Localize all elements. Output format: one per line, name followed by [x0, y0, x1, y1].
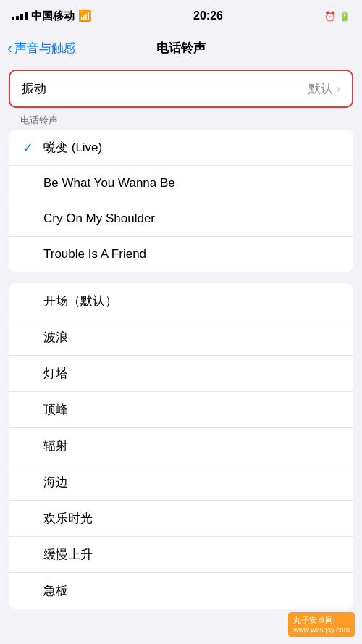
vibration-section: 振动 默认 › — [9, 70, 353, 108]
vibration-chevron-icon: › — [336, 81, 340, 96]
tone-text: 灯塔 — [43, 365, 342, 382]
time-label: 20:26 — [193, 9, 223, 22]
list-item[interactable]: ✓ Trouble Is A Friend — [9, 237, 353, 272]
status-left: 中国移动 📶 — [12, 9, 92, 23]
list-item[interactable]: ✓ 蜕变 (Live) — [9, 130, 353, 166]
ringtone-text: Trouble Is A Friend — [43, 247, 342, 262]
tone-text: 顶峰 — [43, 401, 342, 418]
vibration-right: 默认 › — [308, 80, 340, 97]
back-button[interactable]: ‹ 声音与触感 — [7, 40, 76, 57]
tone-text: 海边 — [43, 474, 342, 490]
vibration-label: 振动 — [22, 80, 46, 97]
carrier-label: 中国移动 — [31, 9, 75, 23]
list-item[interactable]: ✓ Be What You Wanna Be — [9, 166, 353, 201]
watermark-url: www.wzsqsy.com — [293, 626, 350, 634]
tone-text: 缓慢上升 — [43, 546, 342, 563]
wifi-icon: 📶 — [78, 9, 92, 22]
list-item[interactable]: ✓ 缓慢上升 — [9, 537, 353, 573]
list-item[interactable]: ✓ 急板 — [9, 573, 353, 609]
signal-icon — [12, 12, 28, 20]
status-bar: 中国移动 📶 20:26 ⏰ 🔋 — [0, 0, 362, 32]
ringtones-list: ✓ 蜕变 (Live) ✓ Be What You Wanna Be ✓ Cry… — [9, 130, 353, 272]
list-item[interactable]: ✓ 顶峰 — [9, 392, 353, 428]
check-icon: ✓ — [20, 140, 35, 156]
alarm-icon: ⏰ — [324, 11, 336, 22]
system-tones-list: ✓ 开场（默认） ✓ 波浪 ✓ 灯塔 ✓ 顶峰 ✓ 辐射 ✓ 海边 ✓ 欢乐时光… — [9, 283, 353, 609]
list-item[interactable]: ✓ 灯塔 — [9, 356, 353, 392]
battery-icon: 🔋 — [339, 11, 350, 22]
vibration-value: 默认 — [308, 80, 333, 97]
tone-text: 急板 — [43, 582, 342, 599]
tone-text: 开场（默认） — [43, 293, 342, 309]
list-item[interactable]: ✓ Cry On My Shoulder — [9, 201, 353, 237]
status-right: ⏰ 🔋 — [324, 11, 350, 22]
list-item[interactable]: ✓ 开场（默认） — [9, 283, 353, 319]
back-chevron-icon: ‹ — [7, 41, 12, 55]
vibration-row[interactable]: 振动 默认 › — [10, 71, 352, 106]
watermark: 丸子安卓网 www.wzsqsy.com — [288, 612, 355, 637]
tone-text: 辐射 — [43, 438, 342, 454]
back-label: 声音与触感 — [14, 40, 76, 57]
list-item[interactable]: ✓ 欢乐时光 — [9, 501, 353, 537]
section-label: 电话铃声 — [0, 108, 362, 130]
ringtone-text: Cry On My Shoulder — [43, 212, 342, 226]
page-title: 电话铃声 — [156, 40, 206, 57]
list-item[interactable]: ✓ 波浪 — [9, 319, 353, 356]
ringtone-text: Be What You Wanna Be — [43, 176, 342, 191]
nav-bar: ‹ 声音与触感 电话铃声 — [0, 32, 362, 64]
list-item[interactable]: ✓ 海边 — [9, 464, 353, 501]
watermark-name: 丸子安卓网 — [293, 615, 350, 626]
tone-text: 波浪 — [43, 329, 342, 346]
tone-text: 欢乐时光 — [43, 510, 342, 527]
ringtone-text: 蜕变 (Live) — [43, 139, 342, 156]
list-item[interactable]: ✓ 辐射 — [9, 428, 353, 464]
